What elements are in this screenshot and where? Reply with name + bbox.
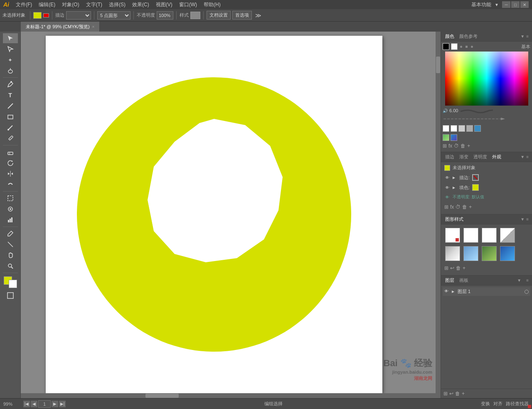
opacity-visibility-icon[interactable]: 👁 [444, 194, 450, 200]
menu-view[interactable]: 视图(V) [153, 0, 175, 9]
warp-tool[interactable] [3, 180, 18, 190]
appearance-panel-options[interactable]: ≡ [526, 155, 529, 159]
mirror-tool[interactable] [3, 169, 18, 179]
style-swatch-1[interactable] [445, 228, 460, 243]
hand-tool[interactable] [3, 250, 18, 260]
menu-type[interactable]: 文字(T) [84, 0, 105, 9]
menu-object[interactable]: 对象(O) [59, 0, 81, 9]
tab-gradient[interactable]: 渐变 [458, 154, 469, 160]
menu-effect[interactable]: 效果(C) [130, 0, 152, 9]
pencil-tool[interactable] [3, 133, 18, 143]
zoom-tool[interactable] [3, 261, 18, 271]
styles-icon-1[interactable]: ⊞ [444, 265, 448, 271]
rotate-tool[interactable] [3, 158, 18, 168]
line-tool[interactable] [3, 101, 18, 111]
layers-panel-options[interactable]: ≡ [526, 278, 529, 283]
color-spectrum-area[interactable] [445, 52, 528, 106]
magic-wand-tool[interactable]: ✦ [3, 55, 18, 65]
stroke-visibility-icon[interactable]: 👁 [444, 175, 450, 180]
selection-tool[interactable] [3, 33, 18, 43]
styles-icon-4[interactable]: + [463, 265, 466, 271]
toolbar-more-icon[interactable]: ≫ [255, 12, 261, 19]
color-panel-icon-2[interactable]: fx [448, 143, 452, 149]
background-color[interactable] [9, 280, 17, 288]
menu-select[interactable]: 选择(S) [106, 0, 128, 9]
maximize-button[interactable]: □ [511, 1, 520, 8]
brush-swatch-3[interactable] [458, 125, 465, 132]
layers-icon-1[interactable]: ⊞ [443, 391, 448, 397]
brush-swatch-7[interactable] [451, 134, 457, 141]
tab-graphic-styles[interactable]: 图形样式 [444, 216, 464, 222]
zoom-input[interactable]: 99% [3, 402, 20, 407]
preferences-button[interactable]: 首选项 [232, 11, 252, 20]
color-panel-icon-4[interactable]: 🗑 [461, 143, 466, 149]
next-page-button[interactable]: ▶| [59, 401, 66, 407]
graph-tool[interactable] [3, 215, 18, 225]
prev-page-button[interactable]: |◀ [23, 401, 30, 407]
minimize-button[interactable]: ─ [502, 1, 510, 8]
lasso-tool[interactable] [3, 66, 18, 76]
symbol-tool[interactable] [3, 204, 18, 214]
style-swatch-3[interactable] [482, 228, 497, 243]
free-transform-tool[interactable] [3, 193, 18, 203]
fill-color-swatch[interactable] [33, 12, 42, 19]
color-panel-options[interactable]: ≡ [526, 34, 529, 39]
color-panel-icon-5[interactable]: + [467, 143, 470, 149]
eyedropper-tool[interactable] [3, 229, 18, 239]
brush-swatch-5[interactable] [474, 125, 481, 132]
h-scrollbar-thumb[interactable] [145, 394, 179, 398]
style-swatch-5[interactable] [445, 246, 460, 261]
canvas-scroll[interactable] [21, 32, 441, 398]
layers-panel-collapse[interactable]: ▼ [517, 278, 521, 283]
menu-file[interactable]: 文件(F) [13, 0, 34, 9]
layer-expand-icon[interactable]: ▶ [452, 290, 456, 293]
point-shape-select[interactable]: 5 点圆形 [97, 11, 131, 20]
prev-button[interactable]: ◀ [31, 401, 37, 407]
pen-tool[interactable] [3, 79, 18, 89]
next-button[interactable]: ▶ [52, 401, 58, 407]
canvas-area[interactable]: Bai 🐾 经验 jingyan.baidu.com 湖南龙网 [21, 32, 441, 398]
type-tool[interactable]: T [3, 90, 18, 100]
style-swatch-8[interactable] [500, 246, 515, 261]
layer-target-dot[interactable] [525, 290, 529, 294]
screen-mode-button[interactable] [3, 291, 18, 301]
measure-tool[interactable] [3, 239, 18, 249]
tab-layers[interactable]: 图层 [444, 277, 455, 283]
doc-settings-button[interactable]: 文档设置 [207, 11, 231, 20]
stroke-width-select[interactable] [66, 11, 91, 20]
appearance-icon-2[interactable]: fx [450, 204, 454, 210]
style-swatch-4[interactable] [500, 228, 515, 243]
v-scrollbar-thumb[interactable] [436, 57, 440, 73]
horizontal-scrollbar[interactable] [21, 393, 436, 398]
tab-color-reference[interactable]: 颜色参考 [458, 33, 478, 39]
appearance-icon-4[interactable]: 🗑 [462, 204, 467, 210]
document-tab[interactable]: 未标题-1* @ 99% (CMYK/预览) × [21, 22, 100, 32]
appearance-icon-1[interactable]: ⊞ [444, 204, 448, 210]
menu-help[interactable]: 帮助(H) [201, 0, 223, 9]
paintbrush-tool[interactable] [3, 123, 18, 133]
align-link[interactable]: 对齐 [493, 401, 502, 407]
layer-eye-icon[interactable]: 👁 [444, 289, 450, 295]
eraser-tool[interactable] [3, 147, 18, 157]
brush-swatch-1[interactable] [443, 125, 449, 132]
color-panel-icon-3[interactable]: ⏱ [454, 143, 459, 149]
transform-link[interactable]: 变换 [481, 401, 490, 407]
tab-artboards[interactable]: 画板 [458, 277, 469, 283]
brush-swatch-6[interactable] [443, 134, 449, 141]
opacity-value[interactable]: 100% [157, 11, 173, 20]
vertical-scrollbar[interactable] [436, 32, 441, 398]
tab-color[interactable]: 颜色 [444, 33, 455, 39]
tab-appearance[interactable]: 外观 [491, 154, 502, 160]
style-swatch-7[interactable] [482, 246, 497, 261]
direct-selection-tool[interactable] [3, 44, 18, 54]
appearance-icon-3[interactable]: ⏱ [456, 204, 461, 210]
menu-edit[interactable]: 编辑(E) [36, 0, 58, 9]
layers-icon-2[interactable]: ↩ [449, 391, 453, 397]
fill-visibility-icon[interactable]: 👁 [444, 185, 450, 190]
stroke-arrow-icon[interactable]: ▶ [453, 176, 457, 180]
color-panel-collapse[interactable]: ▼ [520, 34, 525, 39]
menu-window[interactable]: 窗口(W) [177, 0, 200, 9]
tab-transparency[interactable]: 透明度 [473, 154, 488, 160]
appearance-panel-collapse[interactable]: ▼ [520, 155, 525, 159]
fill-arrow-icon[interactable]: ▶ [453, 186, 457, 190]
